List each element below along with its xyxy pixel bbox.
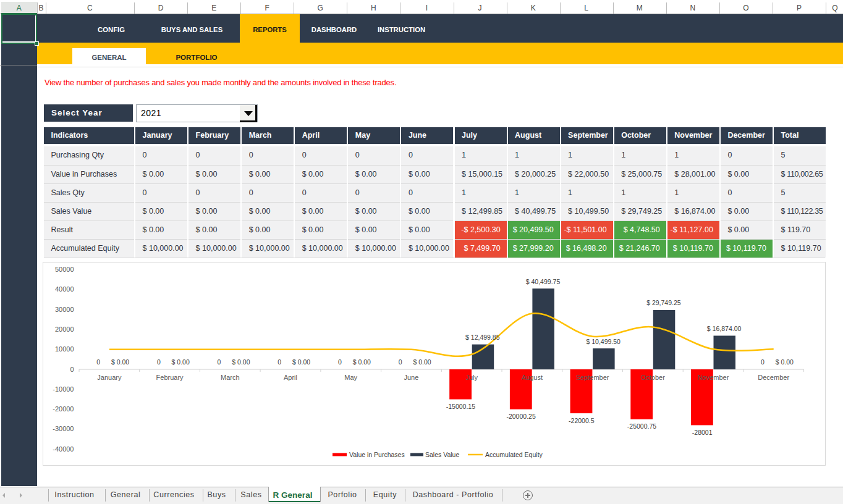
svg-text:0: 0 [70,366,74,373]
svg-text:October: October [641,374,665,381]
svg-text:January: January [97,374,122,381]
svg-text:$ 0.00: $ 0.00 [776,358,794,366]
svg-text:40000: 40000 [55,285,74,293]
svg-text:0: 0 [277,358,281,366]
svg-text:0: 0 [338,358,342,366]
svg-text:March: March [221,374,240,381]
svg-text:-25000.75: -25000.75 [627,422,656,430]
svg-text:$ 0.00: $ 0.00 [292,358,310,366]
svg-text:0: 0 [157,358,161,366]
svg-text:-22000.5: -22000.5 [569,417,595,424]
svg-text:February: February [156,374,184,381]
svg-text:$ 0.00: $ 0.00 [353,358,371,366]
svg-text:August: August [522,374,543,381]
svg-text:$ 0.00: $ 0.00 [232,358,250,366]
svg-text:-28001: -28001 [692,429,713,436]
svg-text:September: September [576,374,609,381]
svg-text:50000: 50000 [55,266,74,273]
svg-text:Value in Purchases: Value in Purchases [349,451,405,458]
svg-text:-20000: -20000 [53,405,74,413]
svg-text:$ 40,499.75: $ 40,499.75 [526,278,561,285]
svg-text:$ 0.00: $ 0.00 [111,358,129,366]
svg-text:April: April [284,374,297,381]
svg-text:$ 12,499.85: $ 12,499.85 [465,334,500,341]
svg-text:0: 0 [761,358,765,366]
svg-text:December: December [758,374,789,381]
svg-text:$ 0.00: $ 0.00 [413,358,431,366]
svg-text:-40000: -40000 [53,445,74,453]
svg-text:20000: 20000 [55,326,74,333]
svg-text:-30000: -30000 [53,425,74,432]
svg-text:$ 10,499.50: $ 10,499.50 [586,338,621,345]
svg-text:0: 0 [96,358,100,366]
svg-text:$ 16,874.00: $ 16,874.00 [707,325,742,332]
svg-text:30000: 30000 [55,306,74,313]
svg-text:November: November [698,374,729,381]
svg-text:Accumulated Equity: Accumulated Equity [485,451,543,458]
svg-text:July: July [465,374,478,381]
svg-text:$ 29,749.25: $ 29,749.25 [646,299,681,306]
svg-text:-20000.25: -20000.25 [506,413,535,420]
svg-text:-15000.15: -15000.15 [446,403,475,410]
svg-text:-10000: -10000 [53,385,74,393]
svg-text:May: May [344,374,357,381]
svg-text:0: 0 [218,358,221,366]
svg-text:$ 0.00: $ 0.00 [172,358,190,366]
svg-text:0: 0 [399,358,402,366]
svg-text:Sales Value: Sales Value [425,451,459,458]
svg-text:June: June [404,374,418,381]
svg-text:10000: 10000 [55,345,74,353]
